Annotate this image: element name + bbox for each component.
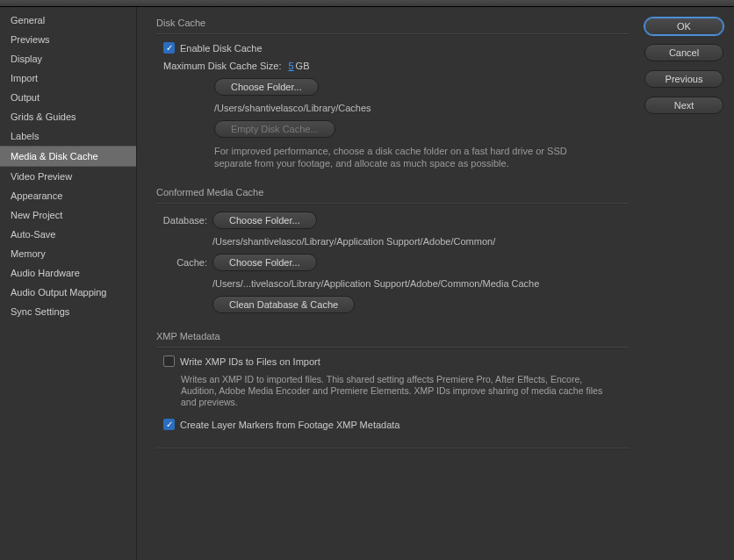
sidebar-item-memory[interactable]: Memory <box>0 244 136 263</box>
write-xmp-help: Writes an XMP ID to imported files. This… <box>181 374 620 408</box>
previous-button[interactable]: Previous <box>644 70 723 88</box>
sidebar-item-grids-guides[interactable]: Grids & Guides <box>0 107 136 126</box>
section-xmp: XMP Metadata Write XMP IDs to Files on I… <box>156 331 629 430</box>
sidebar-item-previews[interactable]: Previews <box>0 30 136 49</box>
sidebar-item-display[interactable]: Display <box>0 49 136 68</box>
disk-cache-choose-row: Choose Folder... <box>214 78 629 96</box>
cache-label: Cache: <box>156 257 207 268</box>
cache-choose-folder-button[interactable]: Choose Folder... <box>212 254 317 271</box>
disk-cache-choose-folder-button[interactable]: Choose Folder... <box>214 78 319 96</box>
sidebar-item-appearance[interactable]: Appearance <box>0 186 136 205</box>
empty-disk-cache-button[interactable]: Empty Disk Cache... <box>214 120 335 138</box>
sidebar-item-video-preview[interactable]: Video Preview <box>0 167 136 186</box>
sidebar-item-audio-output-mapping[interactable]: Audio Output Mapping <box>0 283 136 302</box>
cache-row: Cache: Choose Folder... <box>156 254 629 271</box>
database-choose-folder-button[interactable]: Choose Folder... <box>212 212 317 229</box>
sidebar-item-import[interactable]: Import <box>0 68 136 88</box>
database-path: /Users/shantivelasco/Library/Application… <box>212 236 495 247</box>
disk-cache-path: /Users/shantivelasco/Library/Caches <box>214 103 371 113</box>
divider <box>156 33 629 35</box>
divider <box>156 203 629 205</box>
sidebar-item-labels[interactable]: Labels <box>0 126 136 146</box>
divider <box>156 347 629 348</box>
ok-button[interactable]: OK <box>644 18 723 35</box>
clean-database-button[interactable]: Clean Database & Cache <box>212 296 355 313</box>
empty-cache-row: Empty Disk Cache... <box>214 120 629 138</box>
cancel-button[interactable]: Cancel <box>644 44 723 61</box>
disk-cache-help: For improved performance, choose a disk … <box>214 145 601 169</box>
section-title-conformed: Conformed Media Cache <box>156 187 629 197</box>
cache-path: /Users/...tivelasco/Library/Application … <box>212 278 539 289</box>
max-size-label: Maximum Disk Cache Size: <box>163 61 281 71</box>
layer-markers-label: Create Layer Markers from Footage XMP Me… <box>180 420 399 430</box>
enable-disk-cache-label: Enable Disk Cache <box>180 43 263 54</box>
max-size-value[interactable]: 5 <box>288 61 293 71</box>
sidebar: GeneralPreviewsDisplayImportOutputGrids … <box>0 7 137 560</box>
cache-path-row: /Users/...tivelasco/Library/Application … <box>156 278 629 289</box>
sidebar-item-sync-settings[interactable]: Sync Settings <box>0 302 136 321</box>
max-size-unit: GB <box>296 61 310 71</box>
write-xmp-label: Write XMP IDs to Files on Import <box>180 356 320 367</box>
section-disk-cache: Disk Cache Enable Disk Cache Maximum Dis… <box>156 18 629 169</box>
next-button[interactable]: Next <box>644 97 723 114</box>
sidebar-item-output[interactable]: Output <box>0 88 136 107</box>
database-label: Database: <box>156 215 207 226</box>
database-path-row: /Users/shantivelasco/Library/Application… <box>156 236 629 247</box>
enable-disk-cache-checkbox[interactable] <box>163 42 175 54</box>
clean-row: Clean Database & Cache <box>156 296 629 313</box>
sidebar-item-auto-save[interactable]: Auto-Save <box>0 225 136 244</box>
enable-disk-cache-row: Enable Disk Cache <box>163 42 629 54</box>
divider <box>156 448 629 449</box>
sidebar-item-audio-hardware[interactable]: Audio Hardware <box>0 263 136 283</box>
write-xmp-row: Write XMP IDs to Files on Import <box>163 355 629 367</box>
window-titlebar <box>0 0 734 7</box>
section-title-disk-cache: Disk Cache <box>156 18 629 28</box>
sidebar-item-media-disk-cache[interactable]: Media & Disk Cache <box>0 146 136 167</box>
sidebar-item-general[interactable]: General <box>0 11 136 30</box>
main-panel: Disk Cache Enable Disk Cache Maximum Dis… <box>137 7 639 560</box>
section-title-xmp: XMP Metadata <box>156 331 629 341</box>
layer-markers-row: Create Layer Markers from Footage XMP Me… <box>163 419 629 430</box>
disk-cache-help-row: For improved performance, choose a disk … <box>214 145 629 169</box>
layer-markers-checkbox[interactable] <box>163 419 175 430</box>
sidebar-item-new-project[interactable]: New Project <box>0 205 136 225</box>
section-conformed: Conformed Media Cache Database: Choose F… <box>156 187 629 313</box>
write-xmp-checkbox[interactable] <box>163 355 175 367</box>
database-row: Database: Choose Folder... <box>156 212 629 229</box>
dialog-buttons: OK Cancel Previous Next <box>639 7 734 560</box>
max-size-row: Maximum Disk Cache Size: 5 GB <box>163 61 629 71</box>
disk-cache-path-row: /Users/shantivelasco/Library/Caches <box>214 103 629 113</box>
